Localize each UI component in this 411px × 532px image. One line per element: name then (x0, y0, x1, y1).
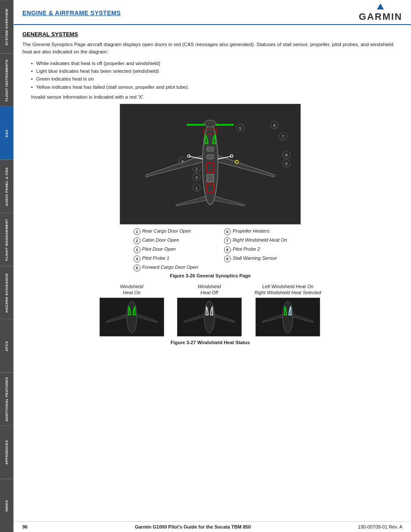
svg-text:1: 1 (195, 186, 198, 190)
figure-26-caption: Figure 3-26 General Synoptics Page (22, 273, 398, 278)
garmin-logo: GARMIN (359, 3, 402, 22)
svg-point-34 (127, 301, 137, 333)
bullet-item: Green indicates heat is on (31, 75, 398, 83)
svg-point-12 (230, 155, 233, 157)
svg-text:7: 7 (282, 134, 284, 139)
intro-paragraph: The General Synoptics Page aircraft diag… (22, 41, 398, 56)
bullet-item: Light blue indicates heat has been selec… (31, 67, 398, 75)
page-footer: 96 Garmin G1000 Pilot's Guide for the So… (14, 521, 411, 532)
ws-image-heat-off (177, 298, 242, 336)
ws-label-heat-on: WindshieldHeat On (120, 283, 143, 296)
ws-label-heat-off: WindshieldHeat Off (198, 283, 221, 296)
ws-label-mixed: Left Windshield Heat OnRight Windshield … (255, 283, 321, 296)
legend-item-3: 3 Pilot Door Open (134, 246, 198, 253)
legend-item-6: 6 Propeller Heaters (224, 228, 287, 235)
bullet-item: White indicates that heat is off (propel… (31, 59, 398, 67)
sidebar-item-flight-management[interactable]: FLIGHT MANAGEMENT (0, 213, 13, 266)
svg-text:8: 8 (285, 152, 288, 157)
sensor-note: Invalid sensor information is indicated … (31, 94, 398, 100)
aircraft-diagram-container: 1 2 3 4 5 6 (22, 104, 398, 224)
garmin-triangle-icon (377, 3, 384, 9)
windshield-section: WindshieldHeat On (22, 283, 398, 336)
ws-item-mixed: Left Windshield Heat OnRight Windshield … (255, 283, 321, 336)
sidebar-item-flight-instruments[interactable]: FLIGHT INSTRUMENTS (0, 53, 13, 107)
svg-point-36 (204, 301, 214, 333)
svg-rect-5 (207, 155, 214, 159)
section-title: GENERAL SYSTEMS (22, 31, 398, 37)
ws-image-heat-on (100, 298, 164, 336)
figure-27-caption: Figure 3-27 Windshield Heat Status (22, 340, 398, 345)
legend-container: 1 Rear Cargo Door Open 2 Cabin Door Open… (22, 228, 398, 271)
legend-left: 1 Rear Cargo Door Open 2 Cabin Door Open… (134, 228, 198, 271)
svg-text:4: 4 (181, 159, 184, 163)
sidebar-item-audio-panel[interactable]: AUDIO PANEL & CNS (0, 160, 13, 213)
svg-point-3 (204, 120, 216, 127)
sidebar-item-eas[interactable]: EAS (0, 106, 13, 160)
page-body: GENERAL SYSTEMS The General Synoptics Pa… (14, 25, 411, 521)
ws-item-heat-off: WindshieldHeat Off (177, 283, 242, 336)
footer-part: 190-00709-01 Rev. A (358, 524, 402, 529)
legend-right: 6 Propeller Heaters 7 Right Windshield H… (224, 228, 287, 271)
bullet-list: White indicates that heat is off (propel… (31, 59, 398, 91)
main-content: ENGINE & AIRFRAME SYSTEMS GARMIN GENERAL… (14, 0, 411, 532)
ws-image-mixed (255, 298, 320, 336)
sidebar: SYSTEM OVERVIEW FLIGHT INSTRUMENTS EAS A… (0, 0, 14, 532)
legend-item-8: 8 Pitot Probe 2 (224, 246, 287, 253)
legend-item-1: 1 Rear Cargo Door Open (134, 228, 198, 235)
sidebar-item-additional-features[interactable]: ADDITIONAL FEATURES (0, 373, 13, 426)
svg-rect-7 (207, 174, 214, 182)
legend-item-4: 4 Pitot Probe 1 (134, 255, 198, 262)
sidebar-item-hazard-avoidance[interactable]: HAZARD AVOIDANCE (0, 266, 13, 320)
aircraft-svg: 1 2 3 4 5 6 (120, 104, 300, 224)
svg-text:3: 3 (195, 175, 198, 180)
ws-item-heat-on: WindshieldHeat On (100, 283, 164, 336)
svg-text:6: 6 (273, 123, 276, 128)
legend-item-2: 2 Cabin Door Open (134, 237, 198, 244)
page-number: 96 (22, 524, 28, 529)
svg-text:2: 2 (195, 166, 198, 171)
sidebar-item-afcs[interactable]: AFCS (0, 319, 13, 373)
sidebar-item-system-overview[interactable]: SYSTEM OVERVIEW (0, 0, 13, 53)
sidebar-item-appendices[interactable]: APPENDICES (0, 426, 13, 479)
svg-text:5: 5 (239, 126, 242, 131)
aircraft-diagram: 1 2 3 4 5 6 (120, 104, 301, 224)
svg-point-10 (187, 155, 190, 157)
page-header: ENGINE & AIRFRAME SYSTEMS GARMIN (14, 0, 411, 25)
page-header-title: ENGINE & AIRFRAME SYSTEMS (22, 9, 121, 16)
svg-point-38 (283, 301, 293, 333)
legend-item-7: 7 Right Windshield Heat On (224, 237, 287, 244)
bullet-item: Yellow indicates heat has failed (stall … (31, 83, 398, 91)
legend-item-5: 5 Forward Cargo Door Open (134, 264, 198, 271)
garmin-logo-text: GARMIN (359, 11, 402, 22)
svg-rect-4 (207, 147, 214, 151)
svg-text:9: 9 (285, 161, 288, 166)
footer-title: Garmin G1000 Pilot's Guide for the Socat… (135, 524, 251, 529)
legend-item-9: 9 Stall Warning Sensor (224, 255, 287, 262)
sidebar-item-index[interactable]: INDEX (0, 479, 13, 532)
